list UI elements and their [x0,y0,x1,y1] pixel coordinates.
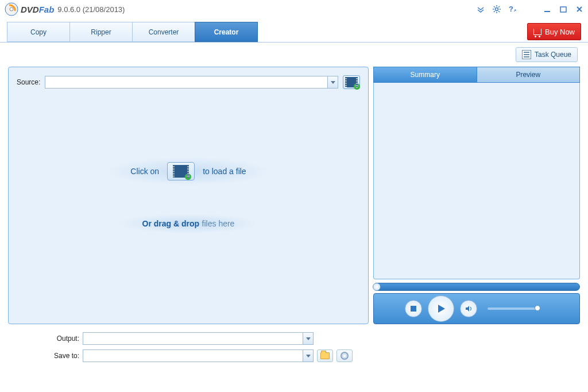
title-bar: DVDFab 9.0.6.0 (21/08/2013) ? [0,0,588,18]
app-logo-icon [5,2,18,16]
bottom-section: Output: Save to: [0,324,588,362]
svg-line-8 [498,11,500,12]
to-load-text: to load a file [203,167,246,176]
buy-now-label: Buy Now [545,28,575,36]
seek-bar[interactable] [373,283,580,291]
burn-disc-button[interactable] [336,349,353,362]
buy-now-button[interactable]: Buy Now [527,23,581,40]
svg-point-1 [10,7,13,11]
film-icon: + [173,165,189,178]
svg-rect-16 [411,306,416,312]
source-panel: Source: + Click on + to load a file Or d… [8,67,369,324]
save-to-select[interactable] [83,349,314,362]
minimize-icon[interactable] [543,5,551,13]
output-field[interactable] [83,333,303,344]
browse-folder-button[interactable] [317,349,333,362]
help-icon[interactable]: ? [509,5,517,13]
drop-area[interactable]: Click on + to load a file Or drag & drop… [9,67,368,324]
preview-panel: Summary Preview [373,67,580,324]
gear-icon[interactable] [493,5,501,13]
svg-line-9 [494,11,495,12]
disc-icon [341,352,349,360]
chevron-down-icon [306,355,311,358]
task-queue-label: Task Queue [535,51,571,59]
chevron-down-icon [306,337,311,340]
main-content: Source: + Click on + to load a file Or d… [0,67,588,324]
tab-creator[interactable]: Creator [195,22,258,42]
close-icon[interactable] [575,5,583,13]
tab-copy[interactable]: Copy [7,22,70,42]
svg-line-10 [498,6,500,7]
task-queue-button[interactable]: Task Queue [516,47,578,62]
save-to-row: Save to: [8,349,580,362]
play-button[interactable] [428,295,454,322]
volume-button[interactable] [460,300,477,317]
sub-toolbar: Task Queue [0,43,588,67]
output-label: Output: [47,335,79,343]
output-dropdown-button[interactable] [303,333,313,344]
window-controls: ? [477,5,583,13]
load-file-button[interactable]: + [167,162,195,180]
preview-area [373,83,580,279]
folder-icon [320,352,330,359]
click-on-text: Click on [130,167,159,176]
app-version: 9.0.6.0 (21/08/2013) [57,5,125,14]
svg-line-7 [494,6,495,7]
app-name: DVDFab [21,5,54,14]
maximize-icon[interactable] [559,5,567,13]
svg-text:?: ? [509,5,513,13]
drag-hint: Or drag & drop files here [119,214,258,233]
seek-thumb[interactable] [373,283,381,291]
save-to-dropdown-button[interactable] [303,350,313,362]
task-queue-icon [522,50,531,59]
tab-preview[interactable]: Preview [477,67,581,83]
volume-thumb[interactable] [535,305,540,311]
output-select[interactable] [83,332,314,345]
output-row: Output: [8,332,580,345]
drag-drop-text: Or drag & drop files here [142,218,235,229]
svg-rect-13 [560,7,566,12]
cart-icon [533,29,541,35]
save-to-label: Save to: [47,352,79,360]
tab-converter[interactable]: Converter [132,22,195,42]
preview-tabs: Summary Preview [373,67,580,83]
save-to-field[interactable] [83,350,303,362]
player-controls [373,293,580,324]
stop-button[interactable] [405,300,422,317]
svg-point-2 [496,8,498,11]
main-toolbar: Copy Ripper Converter Creator Buy Now [0,18,588,43]
plus-badge-icon: + [185,174,191,180]
tab-ripper[interactable]: Ripper [69,22,133,42]
volume-slider[interactable] [488,308,539,310]
menu-icon[interactable] [477,5,485,13]
click-hint: Click on + to load a file [107,157,269,185]
tab-summary[interactable]: Summary [373,67,477,83]
